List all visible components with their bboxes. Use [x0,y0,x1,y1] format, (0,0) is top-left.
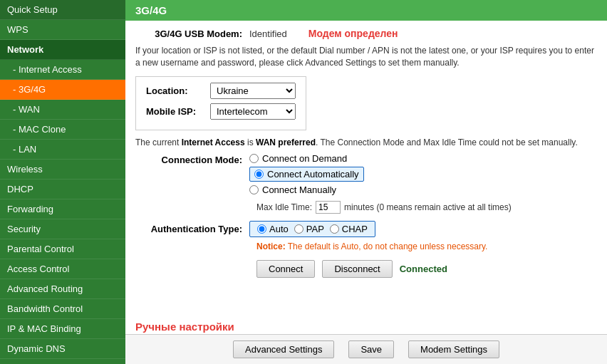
radio-on-demand[interactable]: Connect on Demand [249,153,364,164]
notice-body: The default is Auto, do not change unles… [286,241,488,251]
auth-label: Authentication Type: [135,224,249,234]
auth-pap-input[interactable] [294,224,304,234]
auth-pap-label: PAP [306,224,324,234]
sidebar-item-advanced-routing[interactable]: Advanced Routing [0,279,125,299]
russian-manual-text: Ручные настройки [135,321,234,333]
main-panel: 3G/4G 3G/4G USB Modem: Identified Модем … [125,0,607,364]
notice-text: Notice: The default is Auto, do not chan… [256,241,597,251]
auth-auto-label: Auto [269,224,289,234]
sidebar-item-ip-mac-binding[interactable]: IP & MAC Binding [0,319,125,339]
radio-on-demand-input[interactable] [249,154,259,163]
auth-chap-label: CHAP [342,224,368,234]
location-select[interactable]: Ukraine [210,83,296,99]
connect-button[interactable]: Connect [256,260,315,278]
save-button[interactable]: Save [348,340,394,358]
auth-chap-input[interactable] [330,224,339,234]
disconnect-button[interactable]: Disconnect [322,260,392,278]
radio-automatically-label: Connect Automatically [267,169,359,180]
connection-mode-section: Connection Mode: Connect on Demand Conne… [135,153,597,195]
sidebar-item-3g4g[interactable]: - 3G/4G [0,80,125,100]
sidebar-item-access-control[interactable]: Access Control [0,259,125,279]
idle-suffix: minutes (0 means remain active at all ti… [344,202,512,212]
sidebar-item-wireless[interactable]: Wireless [0,160,125,180]
auth-auto[interactable]: Auto [257,224,289,234]
main-content: 3G/4G USB Modem: Identified Модем опреде… [125,21,607,319]
idle-label: Max Idle Time: [256,202,312,212]
sidebar-item-network[interactable]: Network [0,40,125,60]
sidebar-item-dynamic-dns[interactable]: Dynamic DNS [0,339,125,359]
modem-settings-button[interactable]: Modem Settings [408,340,499,358]
isp-select[interactable]: Intertelecom [210,103,296,120]
page-title: 3G/4G [125,0,607,21]
bottom-bar: Advanced Settings Save Modem Settings [125,334,607,364]
isp-label: Mobile ISP: [146,106,210,117]
auth-chap[interactable]: CHAP [330,224,368,234]
modem-annotation: Модем определен [308,28,398,39]
sidebar-item-quick-setup[interactable]: Quick Setup [0,0,125,20]
auth-pap[interactable]: PAP [294,224,324,234]
location-block: Location: Ukraine Mobile ISP: Intertelec… [135,76,306,130]
connect-row: Connect Disconnect Connected [256,260,597,278]
sidebar-item-bandwidth-control[interactable]: Bandwidth Control [0,299,125,319]
bottom-annotations: Ручные настройки [125,319,607,334]
sidebar-item-lan[interactable]: - LAN [0,140,125,160]
location-row: Location: Ukraine [146,83,296,99]
modem-value: Identified [249,28,287,39]
advanced-settings-button[interactable]: Advanced Settings [233,340,334,358]
radio-automatically-input[interactable] [254,170,264,179]
radio-manually-input[interactable] [249,185,259,194]
sidebar-item-wan[interactable]: - WAN [0,100,125,120]
sidebar-item-parental-control[interactable]: Parental Control [0,239,125,259]
connection-mode-options: Connect on Demand Connect Automatically … [249,153,364,195]
sidebar-item-mac-clone[interactable]: - MAC Clone [0,120,125,140]
auth-section: Authentication Type: Auto PAP CHAP [135,221,597,237]
info-text: If your location or ISP is not listed, o… [135,45,597,69]
idle-time-row: Max Idle Time: minutes (0 means remain a… [256,201,597,214]
connected-status: Connected [400,264,447,274]
radio-automatically[interactable]: Connect Automatically [249,167,364,182]
connection-mode-label: Connection Mode: [135,153,249,165]
auth-auto-input[interactable] [257,224,266,234]
info-text-content: If your location or ISP is not listed, o… [135,46,594,68]
radio-manually-label: Connect Manually [262,184,336,195]
sidebar-item-security[interactable]: Security [0,219,125,239]
sidebar-item-internet-access[interactable]: - Internet Access [0,60,125,80]
sidebar-item-dhcp[interactable]: DHCP [0,180,125,199]
wan-notice: The current Internet Access is WAN prefe… [135,137,597,147]
isp-row: Mobile ISP: Intertelecom [146,103,296,120]
notice-bold: Notice: [256,241,286,251]
sidebar-item-system-tools[interactable]: System Tools [0,359,125,364]
modem-label: 3G/4G USB Modem: [135,28,249,39]
sidebar-item-wps[interactable]: WPS [0,20,125,40]
sidebar: Quick Setup WPS Network - Internet Acces… [0,0,125,364]
sidebar-item-forwarding[interactable]: Forwarding [0,199,125,219]
location-label: Location: [146,85,210,96]
idle-input[interactable] [316,201,341,214]
radio-manually[interactable]: Connect Manually [249,184,364,195]
modem-row: 3G/4G USB Modem: Identified Модем опреде… [135,28,597,39]
auth-options: Auto PAP CHAP [249,221,375,237]
radio-on-demand-label: Connect on Demand [262,153,347,164]
